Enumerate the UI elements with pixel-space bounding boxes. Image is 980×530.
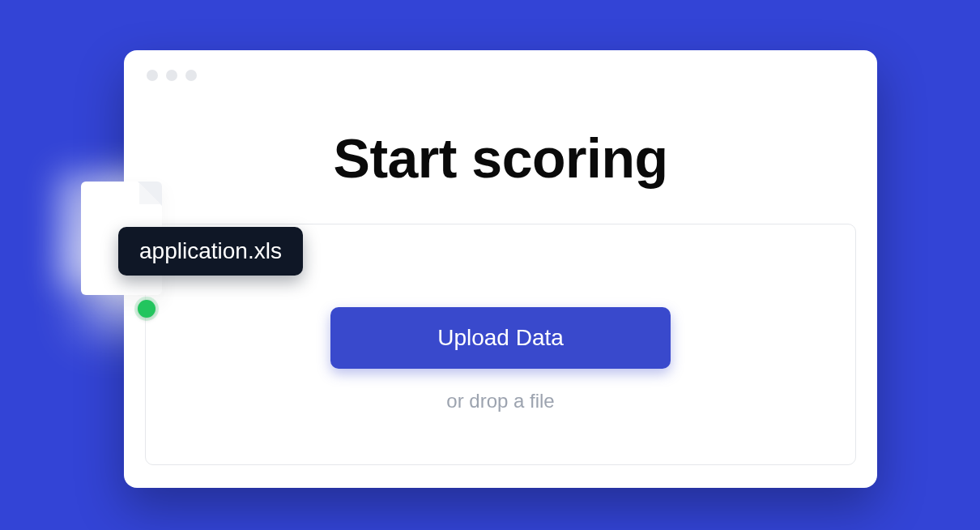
upload-hint-text: or drop a file [446, 390, 554, 412]
upload-button[interactable]: Upload Data [330, 307, 671, 369]
status-ok-icon [138, 300, 156, 318]
window-close-dot[interactable] [147, 70, 158, 81]
window-controls [147, 70, 197, 81]
window-minimize-dot[interactable] [166, 70, 177, 81]
dragged-file[interactable]: application.xls [81, 182, 177, 310]
window-maximize-dot[interactable] [185, 70, 197, 81]
page-title: Start scoring [124, 126, 877, 190]
file-fold-flap-icon [139, 183, 160, 204]
file-name-label: application.xls [118, 227, 303, 276]
